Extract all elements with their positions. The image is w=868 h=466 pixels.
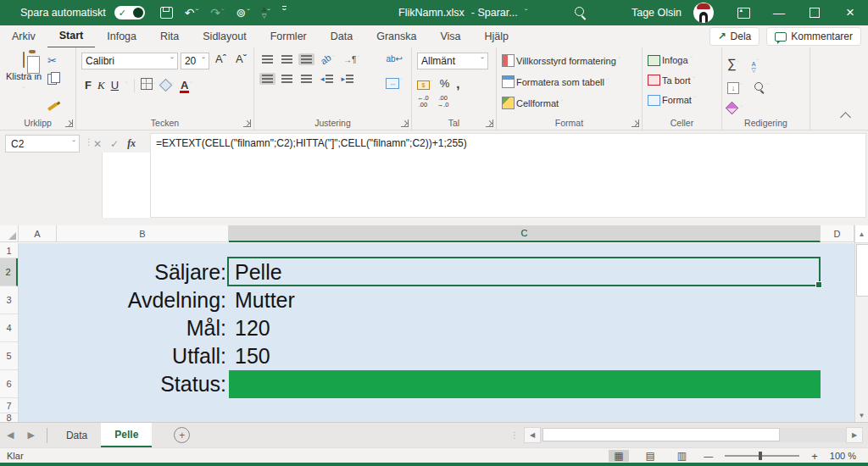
- collapse-ribbon-button[interactable]: [840, 112, 851, 123]
- percent-style-button[interactable]: %: [440, 77, 450, 90]
- zoom-slider-thumb[interactable]: [759, 452, 762, 460]
- cell-c5[interactable]: 150: [235, 342, 270, 370]
- enter-button[interactable]: ✓: [110, 138, 119, 150]
- row-header-8[interactable]: 8: [0, 413, 18, 422]
- cell-b5[interactable]: Utfall:: [38, 342, 226, 370]
- vertical-scrollbar[interactable]: ▲ ▼: [854, 225, 868, 422]
- cut-button[interactable]: ✂: [47, 54, 60, 67]
- scroll-right-icon[interactable]: ▶: [846, 427, 863, 443]
- dialog-launcher-icon[interactable]: [65, 119, 73, 127]
- zoom-level[interactable]: 100 %: [830, 451, 856, 461]
- increase-indent-button[interactable]: ▸: [339, 73, 357, 85]
- row-header-7[interactable]: 7: [0, 398, 18, 413]
- wrap-text-button[interactable]: ab↩: [386, 54, 403, 64]
- increase-font-button[interactable]: Aˆ: [212, 53, 230, 69]
- row-header-5[interactable]: 5: [0, 342, 18, 370]
- font-size-select[interactable]: 20ˇ: [181, 53, 209, 69]
- ribbon-display-options-button[interactable]: [726, 0, 761, 25]
- tab-splitter-handle[interactable]: ⋮: [510, 430, 519, 440]
- customize-toolbar-button[interactable]: ˇ: [282, 6, 287, 19]
- tab-sidlayout[interactable]: Sidlayout: [191, 25, 258, 47]
- row-header-3[interactable]: 3: [0, 286, 18, 314]
- format-as-table-button[interactable]: Formatera som tabellˇ: [502, 75, 609, 88]
- share-button[interactable]: ↗Dela: [709, 27, 760, 46]
- align-top-button[interactable]: [259, 53, 275, 65]
- cell-b6[interactable]: Status:: [38, 370, 226, 398]
- row-header-2[interactable]: 2: [0, 258, 18, 286]
- row-header-4[interactable]: 4: [0, 314, 18, 342]
- page-break-view-button[interactable]: ▥: [672, 450, 692, 462]
- borders-button[interactable]: ˇ: [141, 78, 156, 93]
- dialog-launcher-icon[interactable]: [486, 119, 493, 127]
- format-painter-button[interactable]: [47, 94, 60, 112]
- delete-cells-button[interactable]: Ta bortˇ: [648, 75, 695, 86]
- page-layout-view-button[interactable]: ▤: [641, 450, 660, 462]
- conditional-formatting-button[interactable]: Villkorsstyrd formateringˇ: [502, 54, 620, 67]
- close-button[interactable]: ×: [832, 0, 868, 25]
- row-header-1[interactable]: 1: [0, 243, 18, 258]
- zoom-out-button[interactable]: —: [704, 451, 713, 461]
- tab-visa[interactable]: Visa: [428, 25, 472, 47]
- tab-rita[interactable]: Rita: [148, 25, 191, 47]
- scroll-left-icon[interactable]: ◀: [524, 427, 541, 443]
- sort-filter-button[interactable]: A▽ˇ: [751, 54, 759, 73]
- align-right-button[interactable]: [298, 73, 314, 85]
- cell-c3[interactable]: Mutter: [235, 286, 295, 314]
- cell-styles-button[interactable]: Cellformatˇ: [502, 97, 564, 109]
- chevron-down-icon[interactable]: ˇ: [125, 82, 128, 89]
- format-cells-button[interactable]: Formatˇ: [648, 94, 697, 106]
- cell-b2[interactable]: Säljare:: [38, 258, 226, 286]
- tab-hjalp[interactable]: Hjälp: [473, 25, 521, 47]
- column-header-a[interactable]: A: [19, 225, 57, 242]
- zoom-slider[interactable]: [725, 455, 799, 457]
- add-sheet-button[interactable]: +: [174, 427, 190, 443]
- decrease-indent-button[interactable]: ◂: [318, 73, 336, 85]
- column-header-c[interactable]: C: [229, 225, 821, 242]
- comma-style-button[interactable]: ,: [456, 76, 459, 91]
- row-header-6[interactable]: 6: [0, 370, 18, 398]
- redo-button[interactable]: ↷ˇ: [210, 7, 224, 19]
- minimize-button[interactable]: —: [761, 0, 797, 25]
- fill-button[interactable]: ↓ˇ: [727, 79, 743, 94]
- tab-start[interactable]: Start: [47, 25, 95, 48]
- font-name-select[interactable]: Calibriˇ: [81, 53, 178, 69]
- merge-center-button[interactable]: ↔ˇ: [386, 74, 403, 89]
- autosave-toggle[interactable]: ✓: [114, 6, 145, 19]
- prev-sheet-icon[interactable]: ◀: [0, 430, 20, 441]
- clear-button[interactable]: ˇ: [727, 101, 743, 116]
- zoom-in-button[interactable]: +: [811, 450, 818, 463]
- horizontal-scroll-thumb[interactable]: [542, 428, 780, 441]
- active-cell-selection[interactable]: [227, 257, 821, 286]
- text-direction-button[interactable]: →¶ˇ: [341, 53, 363, 66]
- select-all-button[interactable]: [0, 225, 19, 242]
- drag-handle[interactable]: ⋮: [85, 137, 93, 147]
- normal-view-button[interactable]: ▦: [609, 450, 628, 462]
- tab-arkiv[interactable]: Arkiv: [0, 25, 47, 47]
- cell-b3[interactable]: Avdelning:: [38, 286, 226, 314]
- align-bottom-button[interactable]: [298, 53, 314, 65]
- underline-button[interactable]: U: [111, 79, 119, 92]
- formula-input[interactable]: =EXTEXT(CELL("filnamn";C2);HITTA("]";CEL…: [150, 133, 866, 218]
- number-format-select[interactable]: Allmäntˇ: [417, 53, 488, 69]
- undo-button[interactable]: ↶ˇ: [185, 7, 198, 19]
- paste-button[interactable]: Klistra in ˇ: [5, 53, 42, 112]
- tab-data[interactable]: Data: [319, 25, 364, 47]
- orientation-button[interactable]: abˇ: [318, 53, 337, 66]
- sheet-tab-pelle[interactable]: Pelle: [101, 423, 152, 447]
- align-left-button[interactable]: [259, 73, 275, 85]
- name-box[interactable]: C2ˇ: [5, 135, 80, 153]
- autosum-button[interactable]: ∑ˇ: [727, 56, 739, 71]
- tab-infoga[interactable]: Infoga: [95, 25, 148, 47]
- column-header-d[interactable]: D: [821, 225, 854, 242]
- search-button[interactable]: [575, 7, 584, 19]
- horizontal-scrollbar[interactable]: ◀ ▶: [524, 427, 863, 443]
- fill-color-button[interactable]: ˇ: [161, 78, 174, 93]
- touch-mode-button[interactable]: ⊚ˇ: [236, 7, 250, 19]
- italic-button[interactable]: K: [97, 79, 105, 92]
- sheet-tab-data[interactable]: Data: [53, 423, 101, 447]
- accounting-format-button[interactable]: $ˇ: [417, 75, 433, 91]
- tab-formler[interactable]: Formler: [259, 25, 319, 47]
- dialog-launcher-icon[interactable]: [401, 119, 409, 127]
- bold-button[interactable]: F: [85, 79, 92, 92]
- insert-cells-button[interactable]: Infogaˇ: [648, 54, 693, 66]
